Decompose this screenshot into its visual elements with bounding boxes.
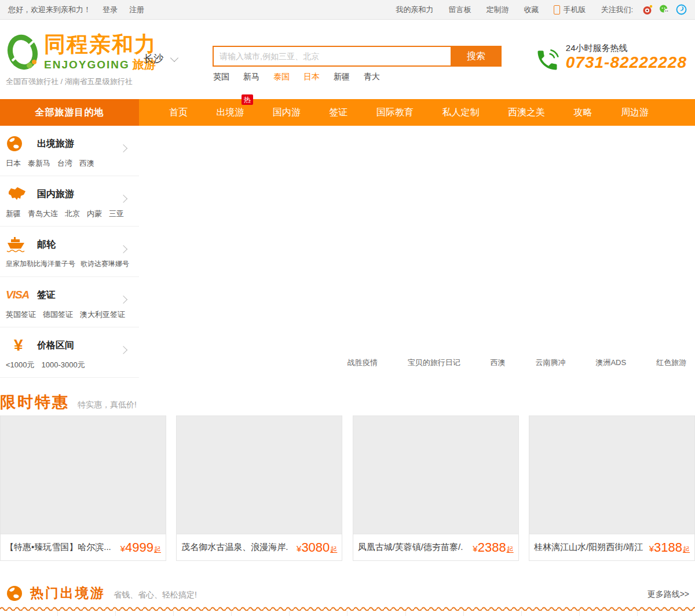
sidebar-link[interactable]: 澳大利亚签证: [80, 309, 125, 320]
globe-icon: [6, 585, 23, 602]
qq-icon[interactable]: [676, 4, 687, 15]
city-name: 长沙: [144, 52, 163, 65]
sidebar-link[interactable]: 三亚: [109, 209, 124, 219]
sidebar-link[interactable]: 日本: [6, 158, 21, 169]
hotline-label: 24小时服务热线: [566, 43, 687, 54]
sidebar-category-outbound[interactable]: 出境旅游 日本 泰新马 台湾 西澳: [0, 126, 139, 176]
my-account-link[interactable]: 我的亲和力: [396, 5, 433, 15]
deal-card-image: [353, 415, 519, 534]
slogan: 全国百强旅行社 / 湖南省五星级旅行社: [6, 76, 133, 87]
nav-outbound[interactable]: 出境游 热: [217, 107, 244, 119]
outbound-subtitle: 省钱、省心、轻松搞定!: [114, 590, 197, 600]
sidebar-link[interactable]: 英国签证: [6, 309, 36, 320]
deal-card[interactable]: 桂林漓江山水/阳朔西街/靖江 ¥3188起: [529, 415, 695, 561]
banner-link[interactable]: 澳洲ADS: [595, 358, 626, 368]
favorites-link[interactable]: 收藏: [524, 5, 539, 15]
sidebar-link[interactable]: 德国签证: [43, 309, 73, 320]
chevron-down-icon: [170, 53, 178, 61]
topbar-left: 您好，欢迎来到亲和力！ 登录 注册: [8, 5, 144, 15]
hot-word-xinjiang[interactable]: 新疆: [334, 72, 350, 82]
deal-card-image: [176, 415, 342, 534]
banner-links: 战胜疫情 宝贝的旅行日记 西澳 云南腾冲 澳洲ADS 红色旅游: [348, 358, 686, 368]
sidebar-link[interactable]: 青岛大连: [28, 209, 58, 219]
sidebar-link[interactable]: 皇家加勒比海洋量子号: [6, 259, 75, 269]
category-title: 国内旅游: [37, 188, 74, 201]
search-input[interactable]: [213, 46, 451, 67]
message-board-link[interactable]: 留言板: [448, 5, 471, 15]
logo[interactable]: 同程亲和力 ENJOYGOING 旅游: [5, 34, 157, 72]
more-routes-link[interactable]: 更多路线>>: [648, 589, 689, 600]
sidebar-link[interactable]: <1000元: [6, 360, 35, 370]
sidebar-category-visa[interactable]: VISA 签证 英国签证 德国签证 澳大利亚签证: [0, 277, 139, 327]
login-link[interactable]: 登录: [103, 5, 118, 15]
banner-link[interactable]: 宝贝的旅行日记: [408, 358, 460, 368]
hot-search-words: 英国 新马 泰国 日本 新疆 青大: [213, 72, 380, 82]
sidebar-link[interactable]: 内蒙: [87, 209, 102, 219]
nav-visa[interactable]: 签证: [330, 107, 348, 119]
deal-card[interactable]: 凤凰古城/芙蓉镇/德夯苗寨/. ¥2388起: [353, 415, 519, 561]
deal-cards: 【特惠•臻玩雪国】哈尔滨... ¥4999起 茂名御水古温泉、浪漫海岸. ¥30…: [0, 415, 695, 561]
deals-section-header: 限时特惠 特实惠，真低价!: [0, 392, 137, 413]
custom-tour-link[interactable]: 定制游: [486, 5, 509, 15]
sidebar-link[interactable]: 泰新马: [28, 158, 50, 169]
register-link[interactable]: 注册: [129, 5, 144, 15]
ship-icon: [6, 236, 34, 253]
category-title: 出境旅游: [37, 138, 74, 150]
sidebar-link[interactable]: 歌诗达赛琳娜号: [81, 259, 129, 269]
welcome-text: 您好，欢迎来到亲和力！: [8, 5, 91, 15]
sidebar-link[interactable]: 西澳: [79, 158, 94, 169]
banner-link[interactable]: 西澳: [491, 358, 506, 368]
nav-private-custom[interactable]: 私人定制: [442, 107, 480, 119]
banner-link[interactable]: 战胜疫情: [348, 358, 378, 368]
hot-word-japan[interactable]: 日本: [303, 72, 320, 82]
sidebar-link[interactable]: 1000-3000元: [42, 360, 85, 370]
wechat-icon[interactable]: [659, 4, 670, 15]
weibo-icon[interactable]: [642, 4, 653, 15]
nav-west-australia[interactable]: 西澳之美: [508, 107, 545, 119]
deal-card-image: [0, 415, 166, 534]
category-title: 价格区间: [37, 340, 74, 352]
deal-card[interactable]: 茂名御水古温泉、浪漫海岸. ¥3080起: [176, 415, 342, 561]
nav-guides[interactable]: 攻略: [574, 107, 592, 119]
hot-word-xinma[interactable]: 新马: [243, 72, 259, 82]
city-selector[interactable]: 长沙: [144, 52, 177, 65]
mobile-version-link[interactable]: 手机版: [554, 5, 586, 15]
social-icons: [642, 4, 687, 15]
category-title: 签证: [37, 289, 56, 301]
sidebar-link[interactable]: 台湾: [57, 158, 72, 169]
deal-card-price: ¥3080起: [297, 540, 337, 555]
category-title: 邮轮: [37, 239, 56, 251]
outbound-section-header: 热门出境游 省钱、省心、轻松搞定! 更多路线>>: [0, 584, 695, 602]
sidebar-link[interactable]: 新疆: [6, 209, 21, 219]
sidebar-category-cruise[interactable]: 邮轮 皇家加勒比海洋量子号 歌诗达赛琳娜号: [0, 227, 139, 277]
nav-items: 首页 出境游 热 国内游 签证 国际教育 私人定制 西澳之美 攻略 周边游: [139, 99, 695, 126]
deals-title: 限时特惠: [0, 392, 70, 413]
sidebar-link[interactable]: 北京: [65, 209, 80, 219]
search-button[interactable]: 搜索: [451, 46, 502, 67]
deal-card[interactable]: 【特惠•臻玩雪国】哈尔滨... ¥4999起: [0, 415, 166, 561]
nav-home[interactable]: 首页: [169, 107, 188, 119]
sidebar-category-price[interactable]: ¥ 价格区间 <1000元 1000-3000元: [0, 327, 139, 378]
deal-card-title: 桂林漓江山水/阳朔西街/靖江: [534, 542, 649, 553]
outbound-title: 热门出境游: [30, 584, 105, 602]
hot-word-uk[interactable]: 英国: [213, 72, 229, 82]
logo-en: ENJOYGOING: [44, 59, 130, 71]
banner-link[interactable]: 云南腾冲: [536, 358, 566, 368]
hot-badge: 热: [242, 94, 253, 105]
hot-word-thailand[interactable]: 泰国: [273, 72, 290, 82]
main-nav: 全部旅游目的地 首页 出境游 热 国内游 签证 国际教育 私人定制 西澳之美 攻…: [0, 99, 695, 126]
hot-word-qingda[interactable]: 青大: [364, 72, 380, 82]
nav-intl-education[interactable]: 国际教育: [376, 107, 414, 119]
deal-card-title: 凤凰古城/芙蓉镇/德夯苗寨/.: [358, 542, 473, 553]
bottom-tabs-strip: [0, 611, 695, 616]
china-map-icon: [6, 186, 34, 202]
banner-link[interactable]: 红色旅游: [656, 358, 686, 368]
visa-icon: VISA: [6, 289, 34, 301]
page: 您好，欢迎来到亲和力！ 登录 注册 我的亲和力 留言板 定制游 收藏 手机版 关…: [0, 0, 695, 616]
follow-us-label: 关注我们:: [601, 5, 633, 15]
sidebar-category-domestic[interactable]: 国内旅游 新疆 青岛大连 北京 内蒙 三亚: [0, 176, 139, 227]
nav-domestic[interactable]: 国内游: [273, 107, 301, 119]
deal-card-title: 【特惠•臻玩雪国】哈尔滨...: [5, 542, 120, 553]
all-destinations-button[interactable]: 全部旅游目的地: [0, 99, 139, 126]
nav-nearby[interactable]: 周边游: [621, 107, 649, 119]
